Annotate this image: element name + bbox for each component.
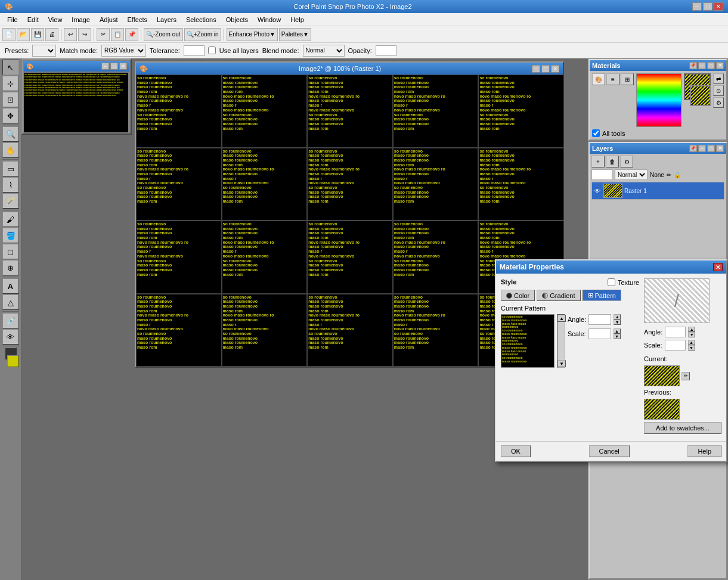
pattern-scroll[interactable]: ▲ ▼ xyxy=(557,314,565,368)
materials-swap-icon[interactable]: ⇄ xyxy=(713,73,724,84)
add-to-swatches-button[interactable]: Add to swatches... xyxy=(644,422,721,434)
copy-button[interactable]: 📋 xyxy=(111,28,124,41)
layers-minimize[interactable]: ─ xyxy=(698,145,706,152)
tool-color-picker[interactable]: 💉 xyxy=(2,313,19,328)
close-button[interactable]: ✕ xyxy=(714,2,723,11)
minimize-button[interactable]: ─ xyxy=(692,2,702,11)
background-swatch[interactable] xyxy=(690,85,711,106)
color-spectrum[interactable] xyxy=(636,73,681,127)
texture-checkbox[interactable] xyxy=(608,278,615,286)
scale-right-down[interactable]: ▼ xyxy=(688,345,695,351)
menu-window[interactable]: Window xyxy=(253,15,286,24)
layer-visibility-icon[interactable]: 👁 xyxy=(593,187,602,195)
layers-pin[interactable]: 📌 xyxy=(689,145,697,152)
layers-maximize[interactable]: □ xyxy=(707,145,715,152)
angle-down-button[interactable]: ▼ xyxy=(614,320,621,325)
tool-paint-brush[interactable]: 🖌 xyxy=(2,212,19,227)
menu-edit[interactable]: Edit xyxy=(23,15,44,24)
all-tools-checkbox[interactable] xyxy=(592,129,600,137)
dialog-close-button[interactable]: ✕ xyxy=(713,263,723,271)
layers-close[interactable]: ✕ xyxy=(716,145,724,152)
layers-blend-mode-select[interactable]: Normal xyxy=(615,169,648,180)
presets-select[interactable] xyxy=(32,45,56,57)
layers-edit-icon[interactable]: ✏ xyxy=(667,172,671,178)
open-button[interactable]: 📂 xyxy=(17,28,30,41)
angle-right-down[interactable]: ▼ xyxy=(688,332,695,337)
menu-adjust[interactable]: Adjust xyxy=(95,15,123,24)
tool-eraser[interactable]: ◻ xyxy=(2,244,19,259)
match-mode-select[interactable]: RGB Value xyxy=(101,45,146,57)
scale-right-up[interactable]: ▲ xyxy=(688,340,695,345)
cancel-button[interactable]: Cancel xyxy=(589,445,630,457)
materials-tab-pattern[interactable]: ⊞ xyxy=(621,73,634,85)
menu-help[interactable]: Help xyxy=(286,15,309,24)
tool-clone[interactable]: ⊕ xyxy=(2,260,19,275)
zoom-out-button[interactable]: 🔍- Zoom out xyxy=(144,28,183,41)
image-window-minimize[interactable]: ─ xyxy=(532,65,540,73)
use-all-layers-checkbox[interactable] xyxy=(208,46,216,54)
image-window-maximize[interactable]: □ xyxy=(541,65,550,73)
scale-up-button[interactable]: ▲ xyxy=(614,328,621,334)
pattern-scroll-down[interactable]: ▼ xyxy=(557,360,566,367)
print-button[interactable]: 🖨 xyxy=(45,28,58,41)
menu-objects[interactable]: Objects xyxy=(221,15,253,24)
opacity-input[interactable]: 100 xyxy=(376,45,396,56)
tool-zoom[interactable]: 🔍 xyxy=(2,126,19,142)
image-window-close[interactable]: ✕ xyxy=(551,65,559,73)
layer-row[interactable]: 👁 Raster 1 xyxy=(591,182,724,200)
pattern-scroll-up[interactable]: ▲ xyxy=(557,315,566,322)
tool-pan[interactable]: ✋ xyxy=(2,142,19,158)
menu-effects[interactable]: Effects xyxy=(123,15,152,24)
menu-selections[interactable]: Selections xyxy=(181,15,221,24)
materials-close[interactable]: ✕ xyxy=(716,62,724,69)
tool-fill[interactable]: 🪣 xyxy=(2,228,19,243)
tool-text[interactable]: A xyxy=(2,278,19,294)
angle-input[interactable]: 0 xyxy=(588,314,611,325)
tool-magic-wand[interactable]: 🪄 xyxy=(2,193,19,209)
palettes-button[interactable]: Palettes ▼ xyxy=(279,28,311,41)
style-tab-color[interactable]: Color xyxy=(501,290,535,301)
thumbnail-close[interactable]: ✕ xyxy=(119,63,127,70)
thumbnail-maximize[interactable]: □ xyxy=(110,63,118,70)
background-color[interactable] xyxy=(7,355,19,367)
menu-image[interactable]: Image xyxy=(67,15,95,24)
maximize-button[interactable]: □ xyxy=(703,2,712,11)
tolerance-input[interactable]: 0 xyxy=(184,45,205,56)
tool-shape[interactable]: △ xyxy=(2,294,19,310)
current-swatch-edit-icon[interactable]: ✏ xyxy=(681,372,690,380)
tool-move[interactable]: ✥ xyxy=(2,108,19,123)
enhance-photo-button[interactable]: Enhance Photo ▼ xyxy=(227,28,278,41)
undo-button[interactable]: ↩ xyxy=(64,28,77,41)
tool-select-freehand[interactable]: ⌇ xyxy=(2,177,19,193)
paste-button[interactable]: 📌 xyxy=(125,28,138,41)
materials-minimize[interactable]: ─ xyxy=(698,62,706,69)
angle-up-button[interactable]: ▲ xyxy=(614,314,621,320)
tool-deform[interactable]: ⊹ xyxy=(2,76,19,91)
angle-right-input[interactable]: 45 xyxy=(665,327,686,337)
redo-button[interactable]: ↪ xyxy=(78,28,91,41)
save-button[interactable]: 💾 xyxy=(31,28,44,41)
style-tab-gradient[interactable]: Gradient xyxy=(537,290,580,301)
layers-new-layer[interactable]: + xyxy=(591,156,605,168)
zoom-in-button[interactable]: 🔍+ Zoom in xyxy=(184,28,221,41)
menu-layers[interactable]: Layers xyxy=(152,15,181,24)
layers-delete-layer[interactable]: 🗑 xyxy=(606,156,619,168)
angle-right-up[interactable]: ▲ xyxy=(688,327,695,332)
tool-select-rect[interactable]: ▭ xyxy=(2,161,19,176)
menu-view[interactable]: View xyxy=(44,15,67,24)
materials-tab-gradient[interactable]: ≡ xyxy=(606,73,619,85)
new-button[interactable]: 📄 xyxy=(2,28,16,41)
materials-maximize[interactable]: □ xyxy=(707,62,715,69)
scale-right-input[interactable]: 100 xyxy=(665,340,686,351)
materials-tab-color[interactable]: 🎨 xyxy=(592,73,605,85)
scale-down-button[interactable]: ▼ xyxy=(614,334,621,339)
tool-crop[interactable]: ⊡ xyxy=(2,92,19,107)
layers-opacity-input[interactable]: 100 xyxy=(591,169,612,180)
materials-pin[interactable]: 📌 xyxy=(689,62,697,69)
tool-redeye[interactable]: 👁 xyxy=(2,329,19,345)
ok-button[interactable]: OK xyxy=(501,445,531,457)
materials-copy-icon[interactable]: ⊙ xyxy=(713,85,724,96)
blend-mode-select[interactable]: Normal xyxy=(303,45,345,57)
thumbnail-minimize[interactable]: ─ xyxy=(101,63,109,70)
style-tab-pattern[interactable]: ⊞ Pattern xyxy=(583,290,621,301)
